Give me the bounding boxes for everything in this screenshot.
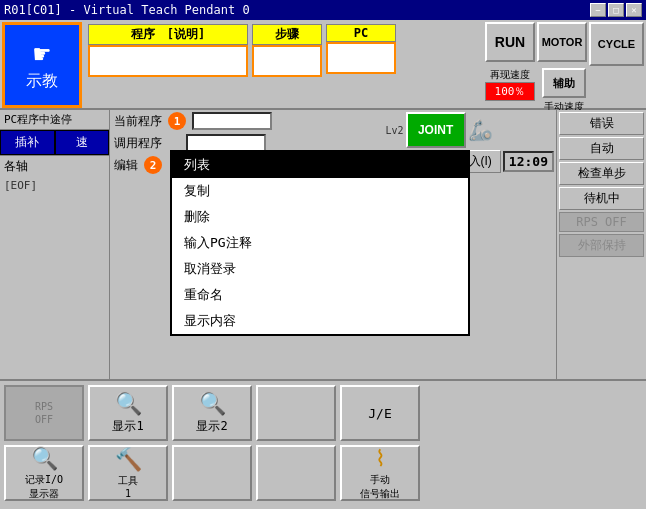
check-step-button[interactable]: 检查单步 — [559, 162, 644, 185]
bottom-row-top: RPS OFF 🔍 显示1 🔍 显示2 J/E — [4, 385, 420, 441]
top-panels: 程序 [说明] 步骤 PC — [84, 20, 483, 108]
bottom-row-inner: RPS OFF 🔍 显示1 🔍 显示2 J/E — [4, 385, 420, 505]
menu-item-delete[interactable]: 删除 — [172, 204, 468, 230]
menu-item-show-content[interactable]: 显示内容 — [172, 308, 468, 334]
edit-label: 编辑 — [114, 157, 138, 174]
insert-speed-row: 插补 速 — [0, 130, 109, 155]
replay-speed-label: 再现速度 — [490, 68, 530, 82]
robot-icon: 🦾 — [468, 118, 493, 142]
circle-1: 1 — [168, 112, 186, 130]
empty-button-2[interactable] — [172, 445, 252, 501]
call-program-label: 调用程序 — [114, 135, 162, 152]
left-panel: PC程序中途停 插补 速 各轴 [EOF] — [0, 110, 110, 379]
pc-stop-label: PC程序中途停 — [0, 110, 109, 130]
circle-2: 2 — [144, 156, 162, 174]
manual-signal-icon: ⌇ — [375, 446, 386, 471]
program-header: 程序 [说明] — [88, 24, 248, 45]
menu-item-list[interactable]: 列表 — [172, 152, 468, 178]
maximize-button[interactable]: □ — [608, 3, 624, 17]
auto-button[interactable]: 自动 — [559, 137, 644, 160]
top-button-row: RUN MOTOR CYCLE — [485, 22, 644, 66]
time-display: 12:09 — [503, 151, 554, 172]
menu-item-input-pg[interactable]: 输入PG注释 — [172, 230, 468, 256]
title-bar: R01[C01] - Virtual Teach Pendant 0 − □ ✕ — [0, 0, 646, 20]
teach-label: 示教 — [26, 71, 58, 92]
tool-label: 工具 1 — [118, 474, 138, 499]
pc-header: PC — [326, 24, 396, 42]
step-header: 步骤 — [252, 24, 322, 45]
hold-button[interactable]: 待机中 — [559, 187, 644, 210]
display2-button[interactable]: 🔍 显示2 — [172, 385, 252, 441]
record-icon: 🔍 — [31, 446, 58, 471]
bottom-row: RPS OFF 🔍 显示1 🔍 显示2 J/E — [0, 379, 646, 509]
teach-button[interactable]: ☛ 示教 — [2, 22, 82, 108]
replay-speed: 再现速度 100％ — [485, 68, 535, 101]
top-row: ☛ 示教 程序 [说明] 步骤 PC RUN MOTOR — [0, 20, 646, 110]
error-button[interactable]: 错误 — [559, 112, 644, 135]
window-controls: − □ ✕ — [590, 3, 642, 17]
record-label: 记录I/O 显示器 — [25, 473, 63, 501]
center-panel: 当前程序 1 调用程序 编辑 2 列表 复制 删除 输入PG注释 取消登录 — [110, 110, 556, 379]
menu-item-copy[interactable]: 复制 — [172, 178, 468, 204]
empty-button-1[interactable] — [256, 385, 336, 441]
lv2-label: Lv2 — [386, 125, 404, 136]
menu-item-cancel-reg[interactable]: 取消登录 — [172, 256, 468, 282]
teach-icon: ☛ — [34, 38, 51, 71]
eof-label: [EOF] — [0, 177, 109, 194]
step-input[interactable] — [252, 45, 322, 77]
rps-off-bottom-button: RPS OFF — [4, 385, 84, 441]
rps-off-bottom-label: OFF — [35, 414, 53, 425]
edit-dropdown-menu: 列表 复制 删除 输入PG注释 取消登录 重命名 显示内容 — [170, 150, 470, 336]
joint-button[interactable]: JOINT — [406, 112, 466, 148]
insert-button[interactable]: 插补 — [0, 130, 55, 155]
bottom-row-bottom: 🔍 记录I/O 显示器 🔨 工具 1 ⌇ 手动 信号输出 — [4, 445, 420, 501]
ext-hold-button: 外部保持 — [559, 234, 644, 257]
display1-icon: 🔍 — [115, 391, 142, 416]
right-side-panel: 错误 自动 检查单步 待机中 RPS OFF 外部保持 — [556, 110, 646, 379]
middle-area: PC程序中途停 插补 速 各轴 [EOF] 当前程序 1 调用程序 编辑 — [0, 110, 646, 379]
record-io-button[interactable]: 🔍 记录I/O 显示器 — [4, 445, 84, 501]
program-input[interactable] — [88, 45, 248, 77]
step-panel: 步骤 — [252, 24, 322, 77]
close-button[interactable]: ✕ — [626, 3, 642, 17]
run-button[interactable]: RUN — [485, 22, 535, 62]
current-program-label: 当前程序 — [114, 113, 162, 130]
main-area: ☛ 示教 程序 [说明] 步骤 PC RUN MOTOR — [0, 20, 646, 509]
replay-speed-value: 100％ — [485, 82, 535, 101]
tool-icon: 🔨 — [115, 447, 142, 472]
motor-button[interactable]: MOTOR — [537, 22, 587, 62]
rps-off-bottom-icon: RPS — [35, 401, 53, 412]
minimize-button[interactable]: − — [590, 3, 606, 17]
speed-button[interactable]: 速 — [55, 130, 110, 155]
display1-button[interactable]: 🔍 显示1 — [88, 385, 168, 441]
empty-button-3[interactable] — [256, 445, 336, 501]
pc-input[interactable] — [326, 42, 396, 74]
display2-label: 显示2 — [196, 418, 227, 435]
title-text: R01[C01] - Virtual Teach Pendant 0 — [4, 3, 590, 17]
program-panel: 程序 [说明] — [88, 24, 248, 77]
current-program-field[interactable] — [192, 112, 272, 130]
top-right-area: RUN MOTOR CYCLE 再现速度 100％ 辅助 手动速度 2. — [483, 20, 646, 108]
manual-signal-button[interactable]: ⌇ 手动 信号输出 — [340, 445, 420, 501]
menu-item-rename[interactable]: 重命名 — [172, 282, 468, 308]
cycle-button[interactable]: CYCLE — [589, 22, 644, 66]
manual-signal-label: 手动 信号输出 — [360, 473, 400, 501]
display1-label: 显示1 — [112, 418, 143, 435]
je-label: J/E — [368, 406, 391, 421]
je-button[interactable]: J/E — [340, 385, 420, 441]
pc-panel: PC — [326, 24, 396, 74]
all-axes-row[interactable]: 各轴 — [0, 155, 109, 177]
display2-icon: 🔍 — [199, 391, 226, 416]
rps-off-button: RPS OFF — [559, 212, 644, 232]
assist-button[interactable]: 辅助 — [542, 68, 586, 98]
tool-button[interactable]: 🔨 工具 1 — [88, 445, 168, 501]
